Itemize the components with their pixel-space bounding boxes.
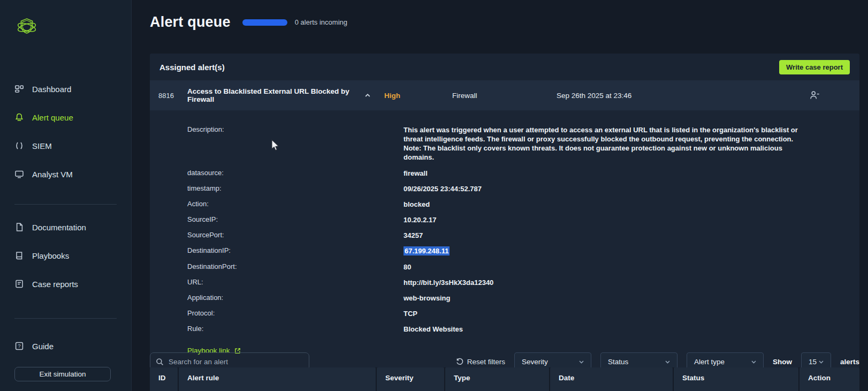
detail-row-action: Action: blocked (187, 200, 811, 209)
sidebar-item-label: Analyst VM (32, 170, 73, 179)
detail-row-application: Application: web-browsing (187, 294, 811, 303)
detail-value: firewall (403, 169, 811, 178)
detail-value: 34257 (403, 231, 811, 240)
alert-details: Description: This alert was triggered wh… (150, 110, 859, 373)
chevron-down-icon (664, 358, 671, 365)
assigned-alerts-header: Assigned alert(s) Write case report (150, 54, 859, 80)
monitor-icon (14, 169, 24, 179)
alert-date: Sep 26th 2025 at 23:46 (557, 92, 801, 100)
detail-label: Description: (187, 125, 403, 162)
reset-filters-button[interactable]: Reset filters (456, 358, 505, 366)
sidebar-item-case-reports[interactable]: Case reports (14, 276, 131, 291)
exit-simulation-button[interactable]: Exit simulation (14, 367, 111, 381)
detail-value: Blocked Websites (403, 325, 811, 334)
detail-row-rule: Rule: Blocked Websites (187, 325, 811, 334)
search-icon (156, 358, 164, 366)
detail-row-source-port: SourcePort: 34257 (187, 231, 811, 240)
assigned-alerts-title: Assigned alert(s) (159, 63, 225, 72)
alert-rule-title: Access to Blacklisted External URL Block… (187, 87, 364, 103)
svg-text:?: ? (18, 343, 20, 349)
code-brackets-icon (14, 141, 24, 151)
alerts-table-header: ID Alert rule Severity Type Date Status … (150, 367, 859, 391)
detail-row-destination-port: DestinationPort: 80 (187, 262, 811, 272)
alert-type: Firewall (452, 92, 557, 100)
detail-value: 10.20.2.17 (403, 215, 811, 224)
detail-row-description: Description: This alert was triggered wh… (187, 125, 811, 162)
write-case-report-button[interactable]: Write case report (779, 60, 850, 74)
detail-row-protocol: Protocol: TCP (187, 309, 811, 318)
sidebar-item-label: SIEM (32, 141, 52, 151)
detail-row-source-ip: SourceIP: 10.20.2.17 (187, 215, 811, 224)
incoming-alerts-label: 0 alerts incoming (295, 18, 347, 26)
show-label: Show (773, 358, 792, 366)
sidebar: Dashboard Alert queue SIEM (0, 0, 132, 391)
sidebar-item-guide[interactable]: ? Guide (14, 339, 131, 354)
unassign-user-minus-icon[interactable] (801, 90, 859, 101)
sidebar-item-analyst-vm[interactable]: Analyst VM (14, 167, 131, 182)
detail-label: Application: (187, 294, 403, 303)
column-header-action: Action (800, 367, 859, 391)
alerts-label: alerts (840, 358, 859, 366)
page-header: Alert queue 0 alerts incoming (150, 14, 347, 31)
detail-label: timestamp: (187, 184, 403, 193)
search-input[interactable] (169, 358, 303, 366)
report-icon (14, 279, 24, 289)
sidebar-item-label: Alert queue (32, 113, 73, 122)
detail-label: DestinationPort: (187, 262, 403, 272)
sidebar-item-alert-queue[interactable]: Alert queue (14, 110, 131, 125)
assigned-alert-row[interactable]: 8816 Access to Blacklisted External URL … (150, 80, 859, 110)
detail-label: Protocol: (187, 309, 403, 318)
detail-value: blocked (403, 200, 811, 209)
detail-value: http://bit.ly/3sHkX3da12340 (403, 278, 811, 287)
detail-row-url: URL: http://bit.ly/3sHkX3da12340 (187, 278, 811, 287)
detail-value: TCP (403, 309, 811, 318)
column-header-status: Status (674, 367, 798, 391)
detail-value-selected: 67.199.248.11 (403, 246, 811, 255)
column-header-id: ID (150, 367, 178, 391)
chevron-down-icon (750, 358, 757, 365)
sidebar-item-label: Documentation (32, 223, 86, 232)
sidebar-item-label: Playbooks (32, 251, 69, 260)
detail-value: This alert was triggered when a user att… (403, 125, 811, 162)
sidebar-item-siem[interactable]: SIEM (14, 138, 131, 153)
detail-label: URL: (187, 278, 403, 287)
column-header-type: Type (445, 367, 549, 391)
alert-severity-badge: High (384, 92, 452, 100)
assigned-alerts-panel: Assigned alert(s) Write case report 8816… (150, 54, 859, 373)
detail-label: Action: (187, 200, 403, 209)
bell-icon (14, 112, 24, 122)
detail-value: 80 (403, 262, 811, 272)
column-header-severity: Severity (377, 367, 444, 391)
sidebar-item-label: Case reports (32, 280, 78, 289)
detail-label: Rule: (187, 325, 403, 334)
file-icon (14, 222, 24, 232)
detail-label: DestinationIP: (187, 246, 403, 255)
detail-value: web-browsing (403, 294, 811, 303)
sidebar-item-documentation[interactable]: Documentation (14, 220, 131, 235)
sidebar-divider (14, 318, 117, 319)
detail-label: datasource: (187, 169, 403, 178)
sidebar-item-playbooks[interactable]: Playbooks (14, 248, 131, 263)
dashboard-icon (14, 84, 24, 94)
column-header-alert-rule: Alert rule (179, 367, 376, 391)
detail-value: 09/26/2025 23:44:52.787 (403, 184, 811, 193)
app-logo-shield-icon (14, 14, 40, 40)
book-icon (14, 251, 24, 260)
collapse-chevron-up-icon[interactable] (364, 92, 371, 99)
sidebar-item-label: Guide (32, 342, 54, 351)
sidebar-item-label: Dashboard (32, 85, 71, 94)
main-content: Alert queue 0 alerts incoming Assigned a… (132, 0, 868, 391)
alerts-progress-bar (242, 19, 287, 26)
column-header-date: Date (550, 367, 673, 391)
sidebar-nav: Dashboard Alert queue SIEM (0, 81, 131, 367)
chevron-down-icon (578, 358, 585, 365)
detail-row-destination-ip: DestinationIP: 67.199.248.11 (187, 246, 811, 255)
sidebar-divider (14, 204, 117, 205)
sidebar-item-dashboard[interactable]: Dashboard (14, 81, 131, 96)
detail-label: SourcePort: (187, 231, 403, 240)
detail-row-datasource: datasource: firewall (187, 169, 811, 178)
alert-id: 8816 (150, 92, 187, 100)
help-icon: ? (14, 341, 24, 351)
page-title: Alert queue (150, 14, 231, 31)
reset-rotate-icon (456, 358, 463, 365)
